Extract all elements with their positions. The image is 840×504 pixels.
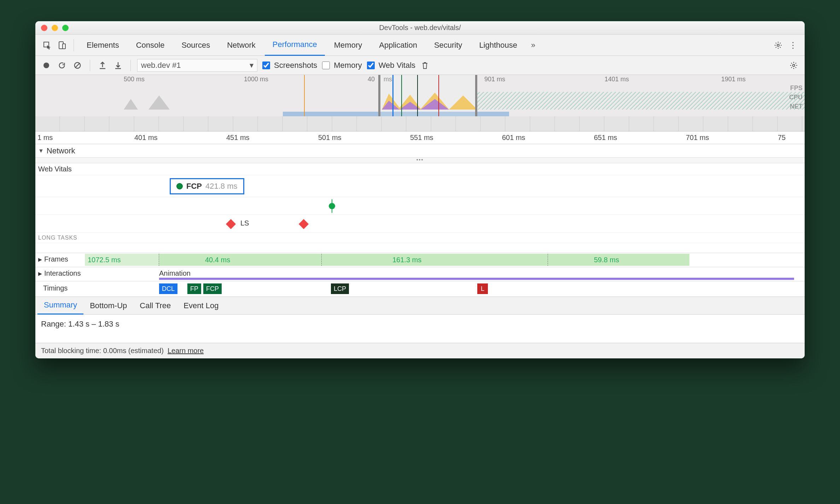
longtasks-lane[interactable] — [35, 243, 805, 253]
ruler-tick: 651 ms — [594, 134, 617, 142]
tab-application[interactable]: Application — [371, 35, 425, 56]
summary-range: Range: 1.43 s – 1.83 s — [41, 320, 799, 329]
titlebar: DevTools - web.dev/vitals/ — [35, 21, 805, 35]
time-ruler[interactable]: 1 ms 401 ms 451 ms 501 ms 551 ms 601 ms … — [35, 131, 805, 144]
settings-icon[interactable] — [771, 39, 785, 52]
frame-block[interactable]: 161.3 ms — [322, 254, 548, 266]
ruler-tick: 551 ms — [410, 134, 433, 142]
interaction-animation-label: Animation — [159, 269, 191, 277]
timing-badge-load[interactable]: L — [477, 283, 488, 294]
inspect-element-icon[interactable] — [40, 39, 54, 52]
divider[interactable]: ••• — [35, 158, 805, 163]
devtools-window: DevTools - web.dev/vitals/ Elements Cons… — [35, 21, 805, 358]
overview-marker — [417, 75, 418, 116]
svg-line-6 — [75, 63, 80, 68]
clear-button[interactable] — [71, 59, 83, 71]
webvitals-lane-fcp[interactable]: FCP 421.8 ms — [35, 175, 805, 197]
ruler-tick: 501 ms — [318, 134, 342, 142]
overview-marker — [438, 75, 439, 116]
timing-badge-fp[interactable]: FP — [187, 283, 201, 294]
load-profile-button[interactable] — [97, 59, 109, 71]
window-controls — [35, 25, 69, 31]
expand-icon: ▶ — [38, 257, 42, 262]
device-toolbar-icon[interactable] — [55, 39, 69, 52]
webvitals-section-header: Web Vitals — [35, 163, 805, 175]
close-window-button[interactable] — [41, 25, 47, 31]
timings-row[interactable]: Timings DCL FP FCP LCP L — [35, 281, 805, 297]
ruler-tick: 75 — [778, 134, 786, 142]
tab-network[interactable]: Network — [219, 35, 263, 56]
more-tabs-icon[interactable]: » — [526, 39, 540, 52]
frame-block[interactable]: 59.8 ms — [548, 254, 689, 266]
details-tab-eventlog[interactable]: Event Log — [177, 297, 225, 315]
layout-shift-marker-icon[interactable] — [226, 219, 236, 229]
webvitals-lane-lcp[interactable] — [35, 197, 805, 215]
screenshots-checkbox[interactable]: Screenshots — [261, 60, 317, 70]
performance-toolbar: web.dev #1 ▾ Screenshots Memory Web Vita… — [35, 56, 805, 75]
details-tab-calltree[interactable]: Call Tree — [133, 297, 177, 315]
profile-select[interactable]: web.dev #1 ▾ — [137, 59, 257, 72]
tab-console[interactable]: Console — [128, 35, 173, 56]
minimize-window-button[interactable] — [52, 25, 58, 31]
overview-tick: 1901 ms — [721, 76, 746, 83]
layout-shift-marker-icon[interactable] — [299, 219, 309, 229]
svg-point-4 — [43, 63, 49, 68]
tab-lighthouse[interactable]: Lighthouse — [471, 35, 525, 56]
summary-panel: Range: 1.43 s – 1.83 s — [35, 315, 805, 343]
ls-label: LS — [240, 219, 249, 227]
overview-tick: 1000 ms — [244, 76, 268, 83]
fcp-marker-tooltip[interactable]: FCP 421.8 ms — [170, 178, 244, 194]
overview-marker — [401, 75, 402, 116]
footer: Total blocking time: 0.00ms (estimated) … — [35, 343, 805, 358]
expand-icon: ▶ — [38, 271, 42, 276]
tbt-text: Total blocking time: 0.00ms (estimated) — [41, 347, 164, 354]
network-section-header[interactable]: ▼ Network — [35, 144, 805, 158]
details-tab-bottomup[interactable]: Bottom-Up — [83, 297, 133, 315]
svg-point-9 — [793, 64, 795, 66]
timing-badge-dcl[interactable]: DCL — [159, 283, 177, 294]
overview-tick: 500 ms — [124, 76, 145, 83]
overview-timeline[interactable]: 500 ms 1000 ms 40 ms 901 ms 1401 ms 1901… — [35, 75, 805, 131]
frames-row[interactable]: ▶Frames 1072.5 ms 40.4 ms 161.3 ms 59.8 … — [35, 253, 805, 267]
overview-tick: 901 ms — [484, 76, 505, 83]
ruler-tick: 401 ms — [134, 134, 158, 142]
lcp-marker-icon[interactable] — [329, 203, 335, 209]
tab-security[interactable]: Security — [426, 35, 470, 56]
overview-fps-label: FPS — [789, 83, 803, 93]
reload-record-button[interactable] — [56, 59, 68, 71]
save-profile-button[interactable] — [112, 59, 124, 71]
panel-tabs: Elements Console Sources Network Perform… — [35, 35, 805, 56]
longtasks-header: LONG TASKS — [35, 233, 805, 243]
tab-sources[interactable]: Sources — [174, 35, 218, 56]
tab-performance[interactable]: Performance — [265, 35, 325, 56]
collapse-icon: ▼ — [38, 148, 44, 154]
ruler-tick: 451 ms — [226, 134, 250, 142]
interactions-row[interactable]: ▶Interactions Animation — [35, 267, 805, 281]
overview-marker — [304, 75, 305, 116]
delete-profile-button[interactable] — [419, 59, 431, 71]
overview-filmstrip — [35, 116, 805, 131]
learn-more-link[interactable]: Learn more — [168, 347, 204, 354]
record-button[interactable] — [40, 59, 52, 71]
timing-badge-fcp[interactable]: FCP — [203, 283, 222, 294]
animation-bar[interactable] — [159, 278, 794, 280]
ruler-tick: 601 ms — [502, 134, 525, 142]
webvitals-lane-ls[interactable]: LS — [35, 215, 805, 233]
tab-memory[interactable]: Memory — [326, 35, 370, 56]
window-title: DevTools - web.dev/vitals/ — [35, 24, 805, 32]
svg-rect-11 — [477, 92, 805, 110]
timing-badge-lcp[interactable]: LCP — [331, 283, 349, 294]
overview-tick: 40 — [368, 76, 375, 83]
frame-block[interactable]: 1072.5 ms — [85, 254, 159, 266]
maximize-window-button[interactable] — [62, 25, 69, 31]
webvitals-checkbox[interactable]: Web Vitals — [366, 60, 415, 70]
kebab-menu-icon[interactable]: ⋮ — [786, 39, 800, 52]
capture-settings-icon[interactable] — [788, 59, 800, 71]
memory-checkbox[interactable]: Memory — [321, 60, 362, 70]
profile-select-value: web.dev #1 — [141, 61, 181, 70]
details-tab-summary[interactable]: Summary — [37, 297, 83, 315]
tab-elements[interactable]: Elements — [79, 35, 127, 56]
details-tabs: Summary Bottom-Up Call Tree Event Log — [35, 297, 805, 315]
good-indicator-icon — [176, 183, 183, 189]
frame-block[interactable]: 40.4 ms — [159, 254, 322, 266]
